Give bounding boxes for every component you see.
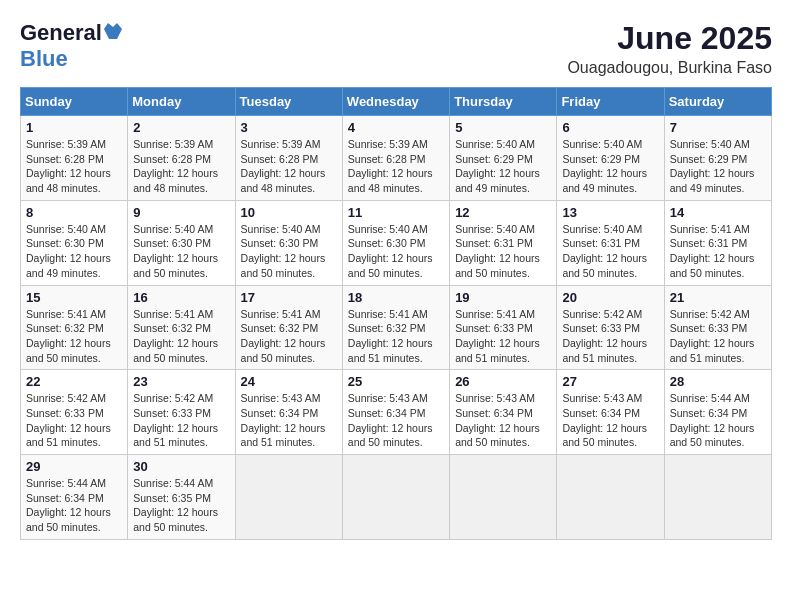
- calendar-cell: [664, 455, 771, 540]
- logo-general-text: General: [20, 20, 102, 46]
- day-detail: Sunrise: 5:42 AM Sunset: 6:33 PM Dayligh…: [26, 391, 122, 450]
- day-detail: Sunrise: 5:42 AM Sunset: 6:33 PM Dayligh…: [562, 307, 658, 366]
- calendar-cell: 24Sunrise: 5:43 AM Sunset: 6:34 PM Dayli…: [235, 370, 342, 455]
- day-number: 20: [562, 290, 658, 305]
- day-detail: Sunrise: 5:40 AM Sunset: 6:29 PM Dayligh…: [455, 137, 551, 196]
- day-number: 3: [241, 120, 337, 135]
- day-detail: Sunrise: 5:44 AM Sunset: 6:34 PM Dayligh…: [670, 391, 766, 450]
- day-number: 29: [26, 459, 122, 474]
- day-number: 5: [455, 120, 551, 135]
- calendar-cell: 2Sunrise: 5:39 AM Sunset: 6:28 PM Daylig…: [128, 116, 235, 201]
- day-number: 2: [133, 120, 229, 135]
- calendar-cell: 14Sunrise: 5:41 AM Sunset: 6:31 PM Dayli…: [664, 200, 771, 285]
- day-number: 21: [670, 290, 766, 305]
- day-detail: Sunrise: 5:41 AM Sunset: 6:32 PM Dayligh…: [241, 307, 337, 366]
- day-detail: Sunrise: 5:39 AM Sunset: 6:28 PM Dayligh…: [133, 137, 229, 196]
- day-number: 16: [133, 290, 229, 305]
- day-number: 4: [348, 120, 444, 135]
- day-number: 13: [562, 205, 658, 220]
- calendar-cell: 9Sunrise: 5:40 AM Sunset: 6:30 PM Daylig…: [128, 200, 235, 285]
- day-detail: Sunrise: 5:41 AM Sunset: 6:33 PM Dayligh…: [455, 307, 551, 366]
- day-number: 19: [455, 290, 551, 305]
- day-detail: Sunrise: 5:44 AM Sunset: 6:35 PM Dayligh…: [133, 476, 229, 535]
- svg-marker-0: [104, 23, 122, 39]
- day-number: 14: [670, 205, 766, 220]
- calendar-cell: [450, 455, 557, 540]
- calendar-cell: 17Sunrise: 5:41 AM Sunset: 6:32 PM Dayli…: [235, 285, 342, 370]
- calendar-cell: 25Sunrise: 5:43 AM Sunset: 6:34 PM Dayli…: [342, 370, 449, 455]
- day-detail: Sunrise: 5:44 AM Sunset: 6:34 PM Dayligh…: [26, 476, 122, 535]
- day-detail: Sunrise: 5:40 AM Sunset: 6:30 PM Dayligh…: [133, 222, 229, 281]
- month-year-title: June 2025: [567, 20, 772, 57]
- day-detail: Sunrise: 5:41 AM Sunset: 6:32 PM Dayligh…: [348, 307, 444, 366]
- day-detail: Sunrise: 5:40 AM Sunset: 6:31 PM Dayligh…: [455, 222, 551, 281]
- calendar-cell: 29Sunrise: 5:44 AM Sunset: 6:34 PM Dayli…: [21, 455, 128, 540]
- header-saturday: Saturday: [664, 88, 771, 116]
- calendar-cell: 26Sunrise: 5:43 AM Sunset: 6:34 PM Dayli…: [450, 370, 557, 455]
- day-detail: Sunrise: 5:41 AM Sunset: 6:32 PM Dayligh…: [26, 307, 122, 366]
- calendar-cell: 28Sunrise: 5:44 AM Sunset: 6:34 PM Dayli…: [664, 370, 771, 455]
- day-number: 12: [455, 205, 551, 220]
- day-detail: Sunrise: 5:40 AM Sunset: 6:30 PM Dayligh…: [26, 222, 122, 281]
- day-number: 22: [26, 374, 122, 389]
- header-wednesday: Wednesday: [342, 88, 449, 116]
- day-detail: Sunrise: 5:42 AM Sunset: 6:33 PM Dayligh…: [670, 307, 766, 366]
- location-subtitle: Ouagadougou, Burkina Faso: [567, 59, 772, 77]
- logo: General Blue: [20, 20, 122, 72]
- calendar-week-row: 22Sunrise: 5:42 AM Sunset: 6:33 PM Dayli…: [21, 370, 772, 455]
- calendar-week-row: 1Sunrise: 5:39 AM Sunset: 6:28 PM Daylig…: [21, 116, 772, 201]
- calendar-cell: 21Sunrise: 5:42 AM Sunset: 6:33 PM Dayli…: [664, 285, 771, 370]
- header-monday: Monday: [128, 88, 235, 116]
- header-sunday: Sunday: [21, 88, 128, 116]
- day-number: 10: [241, 205, 337, 220]
- logo-icon: [104, 23, 122, 41]
- day-detail: Sunrise: 5:40 AM Sunset: 6:29 PM Dayligh…: [670, 137, 766, 196]
- calendar-cell: 1Sunrise: 5:39 AM Sunset: 6:28 PM Daylig…: [21, 116, 128, 201]
- calendar-cell: 23Sunrise: 5:42 AM Sunset: 6:33 PM Dayli…: [128, 370, 235, 455]
- day-detail: Sunrise: 5:39 AM Sunset: 6:28 PM Dayligh…: [348, 137, 444, 196]
- day-number: 26: [455, 374, 551, 389]
- day-number: 1: [26, 120, 122, 135]
- calendar-header-row: Sunday Monday Tuesday Wednesday Thursday…: [21, 88, 772, 116]
- day-number: 9: [133, 205, 229, 220]
- calendar-cell: 5Sunrise: 5:40 AM Sunset: 6:29 PM Daylig…: [450, 116, 557, 201]
- day-detail: Sunrise: 5:41 AM Sunset: 6:31 PM Dayligh…: [670, 222, 766, 281]
- day-number: 24: [241, 374, 337, 389]
- day-number: 30: [133, 459, 229, 474]
- calendar-cell: 3Sunrise: 5:39 AM Sunset: 6:28 PM Daylig…: [235, 116, 342, 201]
- header-friday: Friday: [557, 88, 664, 116]
- calendar-cell: [557, 455, 664, 540]
- calendar-cell: [235, 455, 342, 540]
- calendar-cell: 8Sunrise: 5:40 AM Sunset: 6:30 PM Daylig…: [21, 200, 128, 285]
- day-detail: Sunrise: 5:40 AM Sunset: 6:30 PM Dayligh…: [241, 222, 337, 281]
- calendar-cell: 6Sunrise: 5:40 AM Sunset: 6:29 PM Daylig…: [557, 116, 664, 201]
- day-number: 28: [670, 374, 766, 389]
- day-number: 23: [133, 374, 229, 389]
- day-number: 8: [26, 205, 122, 220]
- day-detail: Sunrise: 5:41 AM Sunset: 6:32 PM Dayligh…: [133, 307, 229, 366]
- header-tuesday: Tuesday: [235, 88, 342, 116]
- calendar-cell: 4Sunrise: 5:39 AM Sunset: 6:28 PM Daylig…: [342, 116, 449, 201]
- calendar-cell: 16Sunrise: 5:41 AM Sunset: 6:32 PM Dayli…: [128, 285, 235, 370]
- day-number: 6: [562, 120, 658, 135]
- day-number: 17: [241, 290, 337, 305]
- calendar-week-row: 8Sunrise: 5:40 AM Sunset: 6:30 PM Daylig…: [21, 200, 772, 285]
- day-number: 25: [348, 374, 444, 389]
- calendar-cell: 30Sunrise: 5:44 AM Sunset: 6:35 PM Dayli…: [128, 455, 235, 540]
- day-detail: Sunrise: 5:43 AM Sunset: 6:34 PM Dayligh…: [562, 391, 658, 450]
- day-detail: Sunrise: 5:39 AM Sunset: 6:28 PM Dayligh…: [26, 137, 122, 196]
- calendar-cell: 27Sunrise: 5:43 AM Sunset: 6:34 PM Dayli…: [557, 370, 664, 455]
- calendar-table: Sunday Monday Tuesday Wednesday Thursday…: [20, 87, 772, 540]
- header-thursday: Thursday: [450, 88, 557, 116]
- calendar-week-row: 15Sunrise: 5:41 AM Sunset: 6:32 PM Dayli…: [21, 285, 772, 370]
- calendar-cell: 10Sunrise: 5:40 AM Sunset: 6:30 PM Dayli…: [235, 200, 342, 285]
- calendar-cell: 13Sunrise: 5:40 AM Sunset: 6:31 PM Dayli…: [557, 200, 664, 285]
- calendar-cell: 12Sunrise: 5:40 AM Sunset: 6:31 PM Dayli…: [450, 200, 557, 285]
- calendar-cell: 22Sunrise: 5:42 AM Sunset: 6:33 PM Dayli…: [21, 370, 128, 455]
- day-number: 7: [670, 120, 766, 135]
- day-number: 15: [26, 290, 122, 305]
- day-detail: Sunrise: 5:40 AM Sunset: 6:29 PM Dayligh…: [562, 137, 658, 196]
- calendar-cell: 7Sunrise: 5:40 AM Sunset: 6:29 PM Daylig…: [664, 116, 771, 201]
- calendar-cell: 15Sunrise: 5:41 AM Sunset: 6:32 PM Dayli…: [21, 285, 128, 370]
- day-number: 18: [348, 290, 444, 305]
